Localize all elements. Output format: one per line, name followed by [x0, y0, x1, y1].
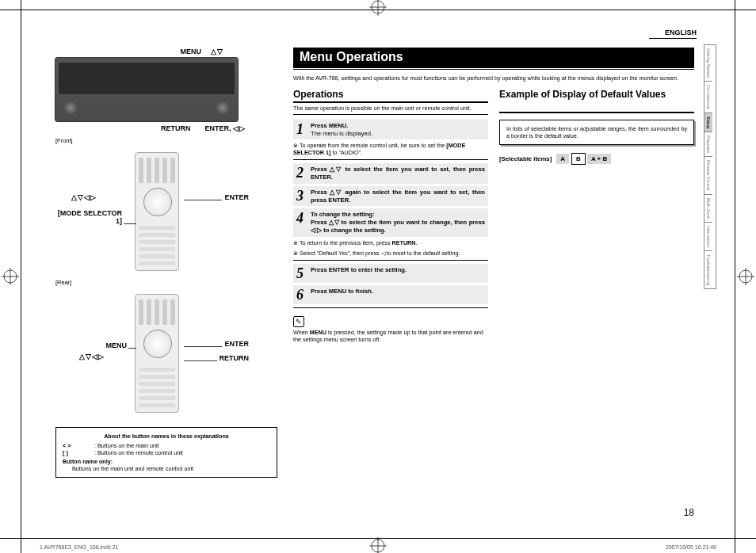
- remote-rear-block: MENU △▽◁▷ ENTER RETURN: [40, 294, 277, 421]
- tab-setup: Setup: [704, 113, 712, 132]
- registration-mark-left: [2, 268, 19, 285]
- tab-remote-control: Remote Control: [704, 157, 712, 195]
- note-mode-selector: To operate from the remote control unit,…: [293, 142, 488, 156]
- arrow-left-right-icon: ◁▷: [233, 124, 246, 132]
- front-label: [Front]: [55, 137, 277, 144]
- right-column: Menu Operations With the AVR-788, settin…: [293, 48, 694, 346]
- step-3: 3 Press △▽ again to select the item you …: [293, 186, 488, 206]
- legend-sym-bracket: [ ]: [63, 449, 88, 456]
- example-title: Example of Display of Default Values: [499, 90, 694, 113]
- arrow-up-down-icon: △▽: [211, 48, 223, 55]
- step-5-text: Press ENTER to enter the setting.: [311, 266, 485, 273]
- step-6: 6 Press MENU to finish.: [293, 285, 488, 304]
- selectable-row: [Selectable items] A B A + B: [499, 153, 694, 165]
- footer-file: 1.AVR788E3_ENG_108.indd 21: [40, 544, 119, 550]
- legend-text-2: : Buttons on the remote control unit: [94, 449, 183, 456]
- example-body: In lists of selectable items or adjustab…: [499, 120, 694, 145]
- callout-enter-rear: ENTER: [224, 340, 249, 348]
- step-6-text: Press MENU to finish.: [311, 288, 485, 295]
- legend-title: About the button names in these explanat…: [63, 433, 270, 440]
- section-title-band: Menu Operations: [293, 48, 694, 68]
- remote-front-illustration: [135, 152, 179, 271]
- step-1: 1 Press MENU.The menu is displayed.: [293, 120, 488, 139]
- footnote-text: When MENU is pressed, the settings made …: [293, 329, 488, 343]
- step-2-text: Press △▽ to select the item you want to …: [311, 166, 485, 181]
- remote-rear-illustration: [135, 294, 179, 413]
- note-default: Select “Default Yes”, then press ◁ to re…: [293, 250, 488, 257]
- callout-return-rear: RETURN: [220, 354, 250, 362]
- callout-enter-remote: ENTER: [224, 193, 249, 201]
- main-unit-illustration: [55, 58, 238, 121]
- callout-return: RETURN: [161, 124, 191, 132]
- tab-playback: Playback: [704, 132, 712, 157]
- step-3-text: Press △▽ again to select the item you wa…: [311, 189, 485, 204]
- chip-a: A: [556, 154, 569, 164]
- registration-mark-top: [369, 0, 387, 16]
- tab-connections: Connections: [704, 82, 712, 113]
- language-header: ENGLISH: [649, 29, 697, 39]
- rear-label: [Rear]: [55, 279, 277, 286]
- operations-column: Operations The same operation is possibl…: [293, 90, 488, 346]
- footer-timestamp: 2007/10/05 16:21:48: [666, 544, 716, 550]
- tab-multi-zone: Multi-Zone: [704, 195, 712, 223]
- callout-enter: ENTER,: [204, 124, 231, 132]
- legend-box: About the button names in these explanat…: [55, 427, 277, 478]
- note-return: To return to the previous item, press RE…: [293, 239, 488, 246]
- selectable-label: [Selectable items]: [499, 155, 552, 162]
- left-column: MENU △▽ RETURN ENTER, ◁▷ [Front] ENTER […: [40, 48, 277, 478]
- callout-menu-rear: MENU: [87, 341, 127, 349]
- page-content: ENGLISH Getting Started Connections Setu…: [40, 29, 716, 521]
- page-number: 18: [684, 507, 694, 518]
- legend-text-3: Buttons on the main unit and remote cont…: [72, 465, 270, 472]
- arrows-4way-rear-icon: △▽◁▷: [79, 353, 105, 360]
- arrows-4way-icon: △▽◁▷: [71, 193, 97, 201]
- remote-front-block: ENTER [MODE SELECTOR 1] △▽◁▷: [40, 152, 277, 279]
- registration-mark-right: [737, 268, 754, 285]
- crop-line-left: [21, 0, 21, 553]
- tab-troubleshooting: Troubleshooting: [704, 251, 712, 288]
- chip-ab: A + B: [587, 154, 611, 164]
- step-5: 5 Press ENTER to enter the setting.: [293, 264, 488, 283]
- step-4-text: To change the setting:Press △▽ to select…: [311, 211, 485, 234]
- operations-subtitle: The same operation is possible on the ma…: [293, 105, 488, 115]
- callout-mode-selector: [MODE SELECTOR 1]: [51, 209, 122, 225]
- intro-text: With the AVR-788, settings and operation…: [293, 74, 694, 82]
- chip-b-default: B: [571, 153, 586, 165]
- side-tabs: Getting Started Connections Setup Playba…: [704, 44, 716, 289]
- callout-menu: MENU: [181, 48, 202, 55]
- legend-label-3: Button name only:: [63, 458, 113, 465]
- operations-title: Operations: [293, 90, 488, 103]
- step-2: 2 Press △▽ to select the item you want t…: [293, 163, 488, 183]
- tab-information: Information: [704, 223, 712, 252]
- pencil-icon: ✎: [293, 316, 304, 327]
- example-column: Example of Display of Default Values In …: [499, 90, 694, 346]
- legend-sym-angle: < >: [63, 442, 88, 449]
- crop-line-right: [735, 0, 735, 553]
- step-4: 4 To change the setting:Press △▽ to sele…: [293, 208, 488, 236]
- step-1-text: Press MENU.The menu is displayed.: [311, 122, 485, 137]
- registration-mark-bottom: [369, 537, 387, 553]
- legend-text-1: : Buttons on the main unit: [94, 442, 159, 449]
- tab-getting-started: Getting Started: [704, 45, 712, 82]
